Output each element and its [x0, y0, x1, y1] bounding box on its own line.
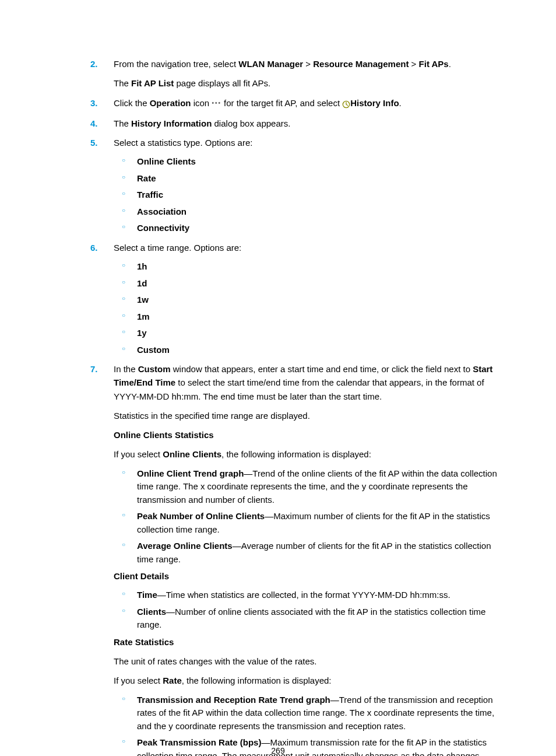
step-line: In the Custom window that appears, enter…	[114, 362, 498, 403]
step-line: If you select Online Clients, the follow…	[114, 447, 498, 461]
step-number: 5.	[90, 136, 98, 149]
step-5: 5. Select a statistics type. Options are…	[90, 136, 498, 235]
list-item: Connectivity	[114, 222, 498, 235]
list-item: Average Online Clients—Average number of…	[114, 540, 498, 566]
step-body: From the navigation tree, select WLAN Ma…	[114, 57, 498, 90]
step-number: 2.	[90, 57, 98, 71]
list-item: Online Clients	[114, 155, 498, 169]
step-line: The History Information dialog box appea…	[114, 117, 498, 130]
list-item: Online Client Trend graph—Trend of the o…	[114, 467, 498, 507]
step-number: 3.	[90, 96, 98, 110]
list-item: 1y	[114, 327, 498, 340]
step-number: 4.	[90, 117, 98, 130]
list-item: Transmission and Reception Rate Trend gr…	[114, 694, 498, 733]
step-number: 7.	[90, 362, 98, 376]
step-body: Select a time range. Options are: 1h 1d …	[114, 241, 498, 356]
step-4: 4. The History Information dialog box ap…	[90, 117, 498, 130]
step-6: 6. Select a time range. Options are: 1h …	[90, 241, 498, 356]
step-line: The Fit AP List page displays all fit AP…	[114, 76, 498, 90]
step-body: Click the Operation icon ••• for the tar…	[114, 96, 498, 111]
list-item: Traffic	[114, 188, 498, 202]
section-heading: Client Details	[114, 569, 498, 583]
list-item: Time—Time when statistics are collected,…	[114, 589, 498, 602]
step-line: If you select Rate, the following inform…	[114, 674, 498, 687]
section-heading: Rate Statistics	[114, 635, 498, 649]
step-7: 7. In the Custom window that appears, en…	[90, 362, 498, 756]
list-item: Clients—Number of online clients associa…	[114, 606, 498, 632]
option-list: Online Clients Rate Traffic Association …	[114, 155, 498, 235]
step-body: The History Information dialog box appea…	[114, 117, 498, 130]
step-line: From the navigation tree, select WLAN Ma…	[114, 57, 498, 71]
list-item: Custom	[114, 344, 498, 357]
detail-list: Online Client Trend graph—Trend of the o…	[114, 467, 498, 566]
history-icon	[342, 97, 350, 111]
list-item: Association	[114, 205, 498, 219]
detail-list: Time—Time when statistics are collected,…	[114, 589, 498, 632]
document-page: 2. From the navigation tree, select WLAN…	[0, 0, 556, 756]
step-line: The unit of rates changes with the value…	[114, 654, 498, 668]
page-number: 269	[0, 746, 556, 755]
more-icon: •••	[212, 99, 221, 108]
step-line: Click the Operation icon ••• for the tar…	[114, 96, 498, 111]
step-line: Select a statistics type. Options are:	[114, 136, 498, 149]
step-body: Select a statistics type. Options are: O…	[114, 136, 498, 235]
step-line: Statistics in the specified time range a…	[114, 409, 498, 422]
list-item: Peak Number of Online Clients—Maximum nu…	[114, 510, 498, 536]
list-item: Rate	[114, 172, 498, 186]
section-heading: Online Clients Statistics	[114, 428, 498, 442]
option-list: 1h 1d 1w 1m 1y Custom	[114, 260, 498, 356]
step-3: 3. Click the Operation icon ••• for the …	[90, 96, 498, 111]
step-number: 6.	[90, 241, 98, 254]
list-item: 1h	[114, 260, 498, 274]
step-body: In the Custom window that appears, enter…	[114, 362, 498, 756]
numbered-steps: 2. From the navigation tree, select WLAN…	[90, 57, 498, 756]
step-2: 2. From the navigation tree, select WLAN…	[90, 57, 498, 90]
step-line: Select a time range. Options are:	[114, 241, 498, 254]
list-item: 1w	[114, 293, 498, 307]
list-item: 1d	[114, 277, 498, 290]
list-item: 1m	[114, 310, 498, 324]
